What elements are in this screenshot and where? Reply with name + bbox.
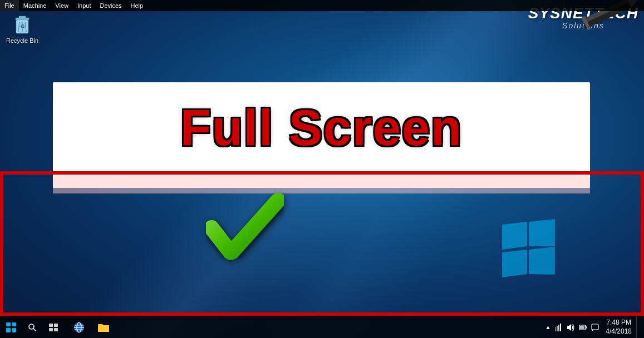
menu-help[interactable]: Help xyxy=(126,0,148,11)
svg-text:♻: ♻ xyxy=(20,23,25,29)
menu-view[interactable]: View xyxy=(51,0,73,11)
checkmark-icon xyxy=(206,189,284,284)
tray-network-icon[interactable] xyxy=(552,316,564,339)
taskbar-pin-ie[interactable] xyxy=(67,316,91,339)
recycle-bin-label: Recycle Bin xyxy=(6,37,38,44)
show-desktop-button[interactable] xyxy=(636,316,642,339)
windows-logo xyxy=(6,322,16,332)
taskbar-pin-folder[interactable] xyxy=(91,316,116,339)
menubar: File Machine View Input Devices Help xyxy=(0,0,644,11)
fullscreen-title: Full Screen xyxy=(53,103,590,153)
menu-input[interactable]: Input xyxy=(73,0,95,11)
svg-rect-17 xyxy=(54,328,58,331)
svg-rect-14 xyxy=(49,324,53,327)
win-flag-tr xyxy=(12,322,17,327)
clock[interactable]: 7:48 PM 4/4/2018 xyxy=(601,316,636,339)
menu-file[interactable]: File xyxy=(0,0,19,11)
svg-marker-28 xyxy=(567,324,571,331)
svg-rect-32 xyxy=(592,324,598,330)
svg-rect-30 xyxy=(586,326,587,329)
system-tray: ▲ xyxy=(543,316,644,338)
svg-rect-25 xyxy=(557,326,558,331)
search-button[interactable] xyxy=(22,316,42,339)
clock-date: 4/4/2018 xyxy=(606,327,632,336)
win-flag-bl xyxy=(6,328,11,332)
tray-notification-icon[interactable] xyxy=(589,316,601,339)
recycle-bin-icon[interactable]: ♻ Recycle Bin xyxy=(6,14,39,44)
tray-overflow-button[interactable]: ▲ xyxy=(543,324,552,330)
taskbar-pinned-apps xyxy=(67,316,116,339)
windows-watermark xyxy=(496,219,597,294)
desktop: File Machine View Input Devices Help ♻ R… xyxy=(0,0,644,338)
win-flag-tl xyxy=(6,322,11,327)
taskbar: ▲ xyxy=(0,316,644,338)
menu-devices[interactable]: Devices xyxy=(95,0,126,11)
clock-time: 7:48 PM xyxy=(606,319,631,327)
win-flag-br xyxy=(12,328,17,332)
svg-rect-15 xyxy=(54,324,58,327)
svg-rect-23 xyxy=(98,326,109,332)
tray-volume-icon[interactable] xyxy=(564,316,577,339)
svg-rect-16 xyxy=(49,328,53,331)
tray-power-icon[interactable] xyxy=(577,316,589,339)
pink-divider-strip xyxy=(53,171,590,193)
menu-machine[interactable]: Machine xyxy=(19,0,51,11)
svg-rect-26 xyxy=(558,325,559,331)
task-view-button[interactable] xyxy=(42,316,65,339)
svg-rect-1 xyxy=(19,16,26,18)
svg-rect-24 xyxy=(555,327,556,331)
start-button[interactable] xyxy=(0,316,22,339)
recycle-bin-graphic: ♻ xyxy=(11,14,33,36)
svg-rect-27 xyxy=(560,324,561,331)
svg-rect-31 xyxy=(579,326,584,329)
svg-line-13 xyxy=(33,329,36,331)
